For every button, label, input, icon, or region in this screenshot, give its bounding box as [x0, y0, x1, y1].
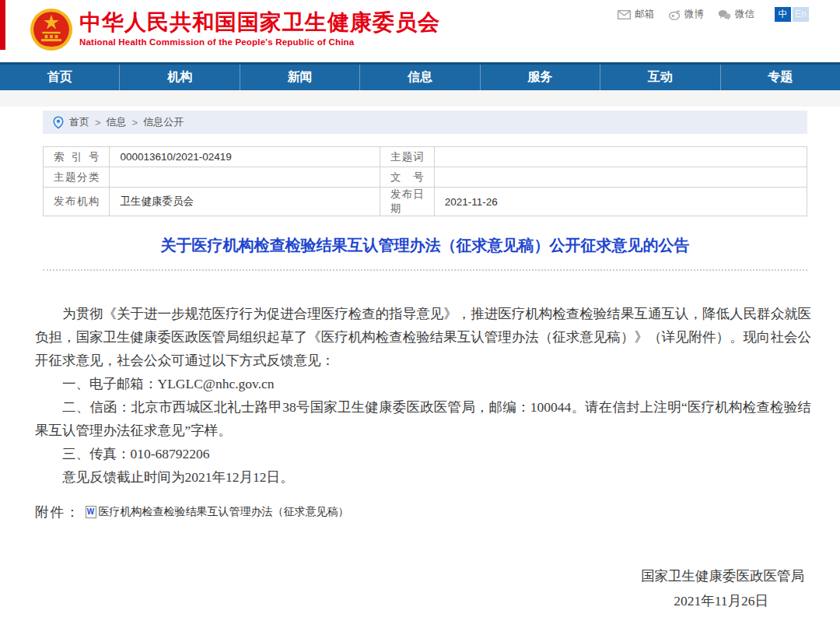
table-row: 发布机构 卫生健康委员会 发布日期 2021-11-26: [44, 188, 807, 216]
header-quick-links: 邮箱 微博 微信 中 En: [618, 7, 809, 22]
weibo-icon: [668, 9, 681, 20]
meta-value-keywords: [434, 147, 807, 167]
nav-shadow-strip: [0, 90, 840, 107]
wechat-link[interactable]: 微信: [718, 8, 754, 21]
meta-label-keywords: 主题词: [380, 147, 435, 167]
page-title: 关于医疗机构检查检验结果互认管理办法（征求意见稿）公开征求意见的公告: [43, 235, 807, 256]
nav-item-service[interactable]: 服务: [481, 65, 600, 90]
attachment-row: 附件： W 医疗机构检查检验结果互认管理办法（征求意见稿）: [35, 503, 807, 521]
nav-item-info[interactable]: 信息: [360, 65, 480, 90]
article-paragraph: 为贯彻《关于进一步规范医疗行为促进合理医疗检查的指导意见》，推进医疗机构检查检验…: [35, 302, 811, 372]
meta-value-pubdate: 2021-11-26: [434, 188, 807, 216]
weibo-link[interactable]: 微博: [668, 8, 704, 21]
site-header: 中华人民共和国国家卫生健康委员会 National Health Commiss…: [0, 0, 840, 62]
nav-item-special[interactable]: 专题: [721, 65, 840, 90]
breadcrumb-separator: >: [132, 117, 138, 128]
attachment-link[interactable]: 医疗机构检查检验结果互认管理办法（征求意见稿）: [99, 505, 349, 519]
weibo-label: 微博: [684, 8, 704, 21]
breadcrumb-separator: >: [95, 117, 101, 128]
site-title: 中华人民共和国国家卫生健康委员会: [79, 10, 440, 35]
signature-org: 国家卫生健康委医政医管局: [43, 563, 807, 588]
breadcrumb: 首页 > 信息 > 信息公开: [43, 111, 807, 134]
meta-label-pubdate: 发布日期: [380, 188, 435, 216]
lang-zh-button[interactable]: 中: [775, 7, 791, 22]
breadcrumb-info[interactable]: 信息: [107, 115, 127, 129]
article-paragraph-fax: 三、传真：010-68792206: [35, 442, 811, 465]
lang-en-button[interactable]: En: [793, 7, 809, 22]
signature-block: 国家卫生健康委医政医管局 2021年11月26日: [43, 563, 807, 613]
meta-label-category: 主题分类: [44, 167, 110, 188]
article-paragraph-email: 一、电子邮箱：YLGLC@nhc.gov.cn: [35, 372, 811, 395]
wechat-label: 微信: [735, 8, 754, 21]
attachment-label: 附件：: [35, 503, 81, 521]
meta-value-category: [110, 167, 380, 188]
national-emblem-logo[interactable]: [30, 7, 73, 52]
meta-value-index: 000013610/2021-02419: [110, 147, 380, 167]
table-row: 主题分类 文号: [44, 167, 807, 188]
breadcrumb-home[interactable]: 首页: [69, 115, 89, 129]
site-titles: 中华人民共和国国家卫生健康委员会 National Health Commiss…: [79, 10, 440, 47]
meta-label-index: 索引号: [44, 147, 110, 167]
meta-label-docnumber: 文号: [380, 167, 435, 188]
article-paragraph-letter: 二、信函：北京市西城区北礼士路甲38号国家卫生健康委医政医管局，邮编：10004…: [35, 395, 811, 442]
nav-item-news[interactable]: 新闻: [240, 65, 360, 90]
signature-date: 2021年11月26日: [43, 588, 807, 613]
nav-item-interact[interactable]: 互动: [600, 65, 720, 90]
meta-value-docnumber: [434, 167, 807, 188]
site-subtitle: National Health Commission of the People…: [79, 37, 440, 47]
location-pin-icon: [53, 116, 64, 129]
left-red-stripe: [0, 0, 5, 50]
meta-value-publisher: 卫生健康委员会: [110, 188, 380, 216]
document-metadata-table: 索引号 000013610/2021-02419 主题词 主题分类 文号 发布机…: [43, 146, 807, 216]
mail-icon: [618, 10, 631, 19]
main-nav: 首页 机构 新闻 信息 服务 互动 专题: [0, 62, 840, 90]
nav-item-org[interactable]: 机构: [120, 65, 240, 90]
title-divider: [43, 269, 807, 271]
nav-item-home[interactable]: 首页: [0, 65, 120, 90]
breadcrumb-info-disclosure[interactable]: 信息公开: [143, 115, 184, 129]
article-body: 为贯彻《关于进一步规范医疗行为促进合理医疗检查的指导意见》，推进医疗机构检查检验…: [35, 302, 811, 489]
word-doc-icon: W: [86, 506, 96, 518]
table-row: 索引号 000013610/2021-02419 主题词: [44, 147, 807, 167]
meta-label-publisher: 发布机构: [44, 188, 110, 216]
content-area: 首页 > 信息 > 信息公开 索引号 000013610/2021-02419 …: [43, 111, 807, 621]
mail-link[interactable]: 邮箱: [618, 8, 654, 21]
language-switcher: 中 En: [775, 7, 809, 22]
article-paragraph-deadline: 意见反馈截止时间为2021年12月12日。: [35, 465, 811, 489]
mail-label: 邮箱: [635, 8, 654, 21]
wechat-icon: [718, 9, 731, 20]
